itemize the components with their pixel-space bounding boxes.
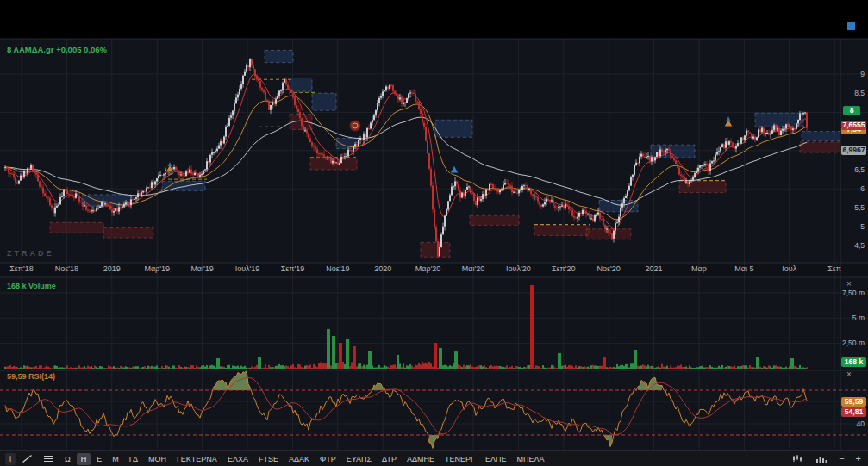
symbol-tab-elpe[interactable]: ΕΛΠΕ [481,453,511,465]
timeframe-monthly-button[interactable]: Μ [108,453,123,465]
symbol-tab-tenerg[interactable]: ΤΕΝΕΡΓ [440,453,479,465]
supply-zone[interactable] [290,78,312,91]
symbol-tab-evaps[interactable]: ΕΥΑΠΣ [342,453,376,465]
timeframe-daily-button[interactable]: Η [77,453,91,465]
symbol-tab-ftse[interactable]: FTSE [254,453,283,465]
supply-zone[interactable] [265,50,293,62]
event-marker-circle[interactable] [350,121,361,132]
event-marker-orange[interactable] [165,162,174,172]
demand-zone[interactable] [421,242,450,257]
rsi-layer [5,370,807,448]
demand-zone[interactable] [534,225,590,235]
symbol-tab-admie[interactable]: ΑΔΜΗΕ [403,453,439,465]
demand-zone[interactable] [103,227,153,238]
info-button[interactable]: i [5,453,16,465]
toolbar-button-omega[interactable]: Ω [60,453,75,465]
volume-bars [4,285,808,369]
symbol-tab-adak[interactable]: ΑΔΑΚ [284,453,314,465]
symbol-tab-bela[interactable]: ΜΠΕΛΑ [513,453,549,465]
demand-zone[interactable] [310,158,357,170]
supply-zone[interactable] [599,201,638,212]
zoom-out-button[interactable]: − [837,452,846,464]
chart-canvas[interactable] [0,0,868,466]
demand-zone[interactable] [50,222,103,233]
volume-toggle-icon[interactable] [814,452,829,464]
timeframe-weekly-button[interactable]: Ε [92,453,106,465]
event-marker-orange[interactable] [724,116,733,127]
zoom-in-button[interactable]: + [854,452,863,464]
supply-zone[interactable] [312,93,336,110]
symbol-tab-elha[interactable]: ΕΛΧΑ [223,453,253,465]
toolbar-right-icons: −+ [790,450,863,466]
symbol-tab-gekterna[interactable]: ΓΕΚΤΕΡΝΑ [172,453,222,465]
supply-zone[interactable] [802,132,840,141]
draw-line-button[interactable] [17,453,37,465]
bottom-toolbar: iΩΗΕΜΓΔΜΟΗΓΕΚΤΕΡΝΑΕΛΧΑFTSEΑΔΑΚΦΤΡΕΥΑΠΣΔΤ… [0,450,868,466]
trading-platform-window: 8 ΛΑΜΔΑ.gr +0,005 0,06% ZTRADE 168 k Vol… [0,0,868,466]
symbol-tab-ftr[interactable]: ΦΤΡ [315,453,340,465]
demand-zone[interactable] [470,215,519,225]
chart-type-icon[interactable] [790,452,806,464]
symbol-tab-gd[interactable]: ΓΔ [125,453,142,465]
supply-zone[interactable] [435,120,472,137]
volume-pane-close-icon[interactable]: × [846,280,852,289]
demand-zone[interactable] [800,142,840,152]
toolbar-buttons: iΩΗΕΜΓΔΜΟΗΓΕΚΤΕΡΝΑΕΛΧΑFTSEΑΔΑΚΦΤΡΕΥΑΠΣΔΤ… [5,453,551,465]
symbol-tab-moh[interactable]: ΜΟΗ [144,453,171,465]
watchlist-grid-button[interactable] [39,453,59,465]
supply-zone[interactable] [162,181,205,190]
rsi-pane-close-icon[interactable]: × [846,370,852,379]
symbol-tab-dtr[interactable]: ΔΤΡ [378,453,401,465]
event-marker-blue[interactable] [450,165,459,173]
